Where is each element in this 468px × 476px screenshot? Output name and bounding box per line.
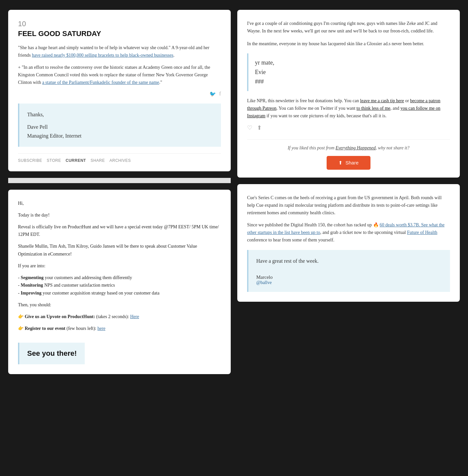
today-line: Today is the day! [18, 211, 221, 219]
sig-name: Dave Pell [27, 123, 213, 131]
right-top-card: I've got a couple of air conditioning gu… [237, 10, 460, 178]
nav-current[interactable]: CURRENT [65, 158, 90, 163]
quote-line1: yr mate, [255, 58, 443, 67]
paragraph-1: "She has a huge heart and simply wanted … [18, 44, 221, 59]
footer-link3[interactable]: to think less of me [356, 106, 390, 111]
bullet2-rest: NPS and customer satisfaction metrics [43, 283, 115, 288]
rb-p2-suffix: conference to hear from some of them you… [247, 238, 334, 242]
footer-link1[interactable]: leave me a cash tip here [360, 98, 404, 103]
rt-footer-text: Like NPR, this newsletter is free but do… [247, 97, 450, 120]
paragraph-2-end: ." [159, 80, 162, 85]
newsletter-title: FEEL GOOD SATURDAY [18, 29, 221, 38]
issue-number: 10 [18, 20, 221, 28]
closing-text: Have a great rest of the week. [256, 257, 442, 265]
rb-p2-prefix: Since we published the Digital Health 15… [247, 222, 380, 227]
rb-paragraph-2: Since we published the Digital Health 15… [247, 221, 450, 244]
quote-line3: ### [255, 77, 443, 86]
rt-paragraph-1: I've got a couple of air conditioning gu… [247, 20, 450, 35]
quote-box: yr mate, Evie ### [247, 53, 450, 91]
reveal-line: Reveal is officially live on ProductHunt… [18, 223, 221, 239]
email-body: Hi, Today is the day! Reveal is official… [18, 200, 221, 332]
bullet1-rest: your customers and addressing them diffe… [44, 275, 132, 280]
rb-paragraph-1: Cue's Series C comes on the heels of rec… [247, 194, 450, 217]
share-prompt-suffix: , why not share it? [376, 145, 409, 150]
share-btn-label: Share [345, 160, 358, 165]
social-icons: 🐦 f [18, 91, 221, 97]
link-statue[interactable]: a statue of the Parliament/Funkadelic fo… [42, 80, 159, 85]
share-prompt-link[interactable]: Everything Happened [335, 145, 375, 150]
gray-separator [8, 178, 231, 183]
quote-line2: Evie [255, 67, 443, 77]
greeting: Hi, [18, 200, 221, 207]
bullet3-bold: Improving [21, 291, 42, 295]
closing-handle: @ballve [256, 280, 442, 285]
bullet2-bold: Monitoring [21, 283, 43, 288]
paragraph-2: + "In an effort to resolve the controver… [18, 64, 221, 86]
see-you-text: See you there! [27, 349, 77, 358]
right-column: I've got a couple of air conditioning gu… [237, 10, 460, 374]
cta1-bold: Give us an Upvote on ProductHunt: [25, 314, 95, 319]
cta2-middle: (few hours left): [65, 326, 98, 331]
left-top-card: 10 FEEL GOOD SATURDAY "She has a huge he… [8, 10, 231, 171]
sig-spacer [27, 119, 213, 123]
share-prompt-prefix: If you liked this post from [288, 145, 335, 150]
rt-p2-text: In the meantime, everyone in my house ha… [247, 41, 389, 46]
rt-paragraph-2: In the meantime, everyone in my house ha… [247, 40, 450, 48]
footer-end: if you want to see cute pictures of my k… [265, 113, 387, 118]
cta2: 👉 Register to our event (few hours left)… [18, 325, 221, 333]
action-icons: ♡ ⬆ [247, 124, 450, 131]
rb-p2-middle: , and grab a ticket now to the upcoming … [320, 230, 407, 235]
closing-name: Marcelo [256, 275, 442, 280]
cta2-bold: Register to our event [25, 326, 65, 331]
cta1-link[interactable]: Here [130, 314, 139, 319]
main-layout: 10 FEEL GOOD SATURDAY "She has a huge he… [8, 10, 460, 374]
divider [247, 139, 450, 140]
right-bottom-card: Cue's Series C comes on the heels of rec… [237, 184, 460, 302]
share-btn-icon: ⬆ [338, 160, 343, 166]
cta2-prefix: 👉 [18, 326, 25, 331]
reveal-text: Reveal is officially live on ProductHunt… [18, 224, 219, 237]
left-column: 10 FEEL GOOD SATURDAY "She has a huge he… [8, 10, 231, 374]
bullets: - Segmenting your customers and addressi… [18, 274, 221, 297]
footer-pre: Like NPR, this newsletter is free but do… [247, 98, 360, 103]
closing-spacer [256, 265, 442, 271]
then-line: Then, you should: [18, 301, 221, 309]
like-icon[interactable]: ♡ [247, 124, 252, 131]
left-bottom-card: Hi, Today is the day! Reveal is official… [8, 190, 231, 374]
sig-thanks: Thanks, [27, 110, 213, 119]
cta1: 👉 Give us an Upvote on ProductHunt: (tak… [18, 313, 221, 321]
signature-text: Thanks, Dave Pell Managing Editor, Inter… [27, 110, 213, 140]
sig-title: Managing Editor, Internet [27, 131, 213, 140]
nav-subscribe[interactable]: SUBSCRIBE [18, 158, 47, 163]
share-button[interactable]: ⬆ Share [327, 156, 370, 170]
nav-bar: SUBSCRIBE STORE CURRENT SHARE ARCHIVES [18, 153, 221, 165]
if-line: If you are into: [18, 262, 221, 270]
closing-box: Have a great rest of the week. Marcelo @… [247, 250, 450, 292]
cta1-middle: (takes 2 seconds): [95, 314, 130, 319]
footer-m2: . You can follow me on Twitter if you wa… [277, 106, 357, 111]
share-prompt: If you liked this post from Everything H… [247, 145, 450, 151]
quote-text: yr mate, Evie ### [255, 58, 443, 86]
nav-share[interactable]: SHARE [91, 158, 110, 163]
footer-m1: or [404, 98, 410, 103]
footer-m3: , and [390, 106, 401, 111]
see-you-box: See you there! [18, 343, 85, 364]
rt-p2-end: s never been better. [389, 41, 424, 46]
bullet1-bold: Segmenting [21, 275, 44, 280]
signature-box: Thanks, Dave Pell Managing Editor, Inter… [18, 104, 221, 147]
cta1-prefix: 👉 [18, 314, 25, 319]
bullet3-rest: your customer acquisition strategy based… [42, 291, 159, 295]
twitter-icon[interactable]: 🐦 [209, 91, 216, 97]
nav-archives[interactable]: ARCHIVES [110, 158, 135, 163]
cta2-link[interactable]: here [98, 326, 105, 331]
rb-p2-link2[interactable]: Future of Health [407, 230, 438, 235]
link-bracelets[interactable]: have raised nearly $100,000 selling brac… [32, 53, 173, 58]
facebook-icon[interactable]: f [219, 91, 221, 97]
nav-store[interactable]: STORE [47, 158, 66, 163]
paragraph-1-end: . [173, 53, 175, 58]
share-icon[interactable]: ⬆ [257, 124, 262, 131]
speakers-line: Shanelle Mullin, Tim Ash, Tim Kilroy, Gu… [18, 242, 221, 258]
